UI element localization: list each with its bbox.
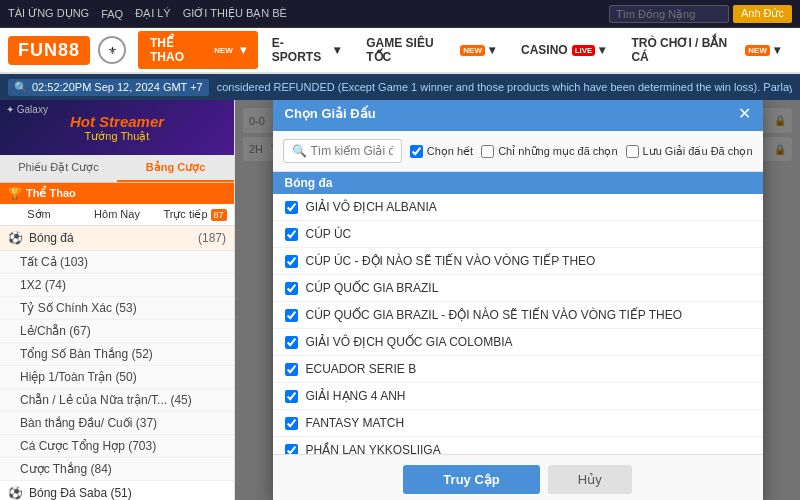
refer-link[interactable]: GIỚI THIỆU BẠN BÈ bbox=[183, 7, 287, 20]
list-item[interactable]: CÚP QUỐC GIA BRAZIL bbox=[273, 275, 763, 302]
list-item[interactable]: ECUADOR SERIE B bbox=[273, 356, 763, 383]
modal-footer: Truy Cập Hủy bbox=[273, 454, 763, 500]
nav-casino[interactable]: CASINO LIVE ▾ bbox=[509, 31, 617, 69]
modal-title: Chọn Giải Đấu bbox=[285, 106, 376, 121]
chevron-down-icon: ▾ bbox=[334, 43, 340, 57]
list-item[interactable]: GIẢI HẠNG 4 ANH bbox=[273, 383, 763, 410]
league-checkbox[interactable] bbox=[285, 363, 298, 376]
chevron-down-icon: ▾ bbox=[774, 43, 780, 57]
filter-selected-label[interactable]: Chỉ những mục đã chọn bbox=[481, 145, 617, 158]
access-button[interactable]: Truy Cập bbox=[403, 465, 539, 494]
league-search-input[interactable] bbox=[311, 144, 393, 158]
search-icon: 🔍 bbox=[292, 144, 307, 158]
list-item[interactable]: CÚP ÚC bbox=[273, 221, 763, 248]
league-checkbox[interactable] bbox=[285, 336, 298, 349]
shield-icon: 🏆 bbox=[8, 187, 22, 200]
league-checkbox[interactable] bbox=[285, 390, 298, 403]
modal-overlay: Chọn Giải Đấu ✕ 🔍 Chọn hết Chỉ bbox=[235, 100, 800, 500]
agent-link[interactable]: ĐẠI LÝ bbox=[135, 7, 171, 20]
banner-title: Hot Streamer bbox=[70, 113, 164, 130]
logo: FUN88 bbox=[8, 36, 90, 65]
league-checkbox[interactable] bbox=[285, 309, 298, 322]
cancel-button[interactable]: Hủy bbox=[548, 465, 632, 494]
tab-live[interactable]: Trực tiếp 87 bbox=[156, 204, 234, 225]
modal-search-box: 🔍 bbox=[283, 139, 402, 163]
league-select-modal: Chọn Giải Đấu ✕ 🔍 Chọn hết Chỉ bbox=[273, 100, 763, 500]
banner-sub: Tướng Thuật bbox=[70, 130, 164, 143]
search-icon: 🔍 bbox=[14, 81, 28, 94]
main-nav: FUN88 ⚜ THỂ THAO NEW ▾ E-SPORTS ▾ GAME S… bbox=[0, 28, 800, 74]
content-area: ✦ Galaxy Hot Streamer Tướng Thuật Phiếu … bbox=[0, 100, 800, 500]
list-item[interactable]: CÚP QUỐC GIA BRAZIL - ĐỘI NÀO SẼ TIẾN VÀ… bbox=[273, 302, 763, 329]
sport-item-saba[interactable]: ⚽ Bóng Đá Saba (51) bbox=[0, 481, 234, 500]
check-all-label[interactable]: Chọn hết bbox=[410, 145, 473, 158]
top-nav: TÀI ỨNG DỤNG FAQ ĐẠI LÝ GIỚI THIỆU BẠN B… bbox=[0, 0, 800, 28]
league-checkbox[interactable] bbox=[285, 228, 298, 241]
main-area: 0-0 Đức (V) 🔒 2H Tây Ban Nha (V) 🔒 Chọn … bbox=[235, 100, 800, 500]
filter-selected-checkbox[interactable] bbox=[481, 145, 494, 158]
save-selected-checkbox[interactable] bbox=[626, 145, 639, 158]
bet-sub-combo[interactable]: Cá Cược Tổng Hợp (703) bbox=[0, 435, 234, 458]
sport-section-header: 🏆 Thể Thao bbox=[0, 183, 234, 204]
nav-fast-game[interactable]: GAME SIÊU TỐC NEW ▾ bbox=[354, 31, 507, 69]
tab-today[interactable]: Hôm Nay bbox=[78, 204, 156, 225]
save-selected-label[interactable]: Lưu Giải đấu Đã chọn bbox=[626, 145, 753, 158]
chevron-down-icon: ▾ bbox=[240, 43, 246, 57]
logo-icon: ⚜ bbox=[98, 36, 126, 64]
league-checkbox[interactable] bbox=[285, 255, 298, 268]
nav-esports[interactable]: E-SPORTS ▾ bbox=[260, 31, 352, 69]
ticker-time: 🔍 02:52:20PM Sep 12, 2024 GMT +7 bbox=[8, 79, 209, 96]
bet-sub-exact-score[interactable]: Tỷ Số Chính Xác (53) bbox=[0, 297, 234, 320]
football-saba-icon: ⚽ bbox=[8, 486, 23, 500]
ticker-text: considered REFUNDED (Except Game 1 winne… bbox=[217, 81, 792, 93]
bet-sub-halftime[interactable]: Hiệp 1/Toàn Trận (50) bbox=[0, 366, 234, 389]
top-search: Anh Đức bbox=[609, 5, 792, 23]
check-all-checkbox[interactable] bbox=[410, 145, 423, 158]
nav-games[interactable]: TRÒ CHƠI / BẮN CÁ NEW ▾ bbox=[619, 31, 792, 69]
ticker-bar: 🔍 02:52:20PM Sep 12, 2024 GMT +7 conside… bbox=[0, 74, 800, 100]
list-item[interactable]: GIẢI VÔ ĐỊCH ALBANIA bbox=[273, 194, 763, 221]
banner-content: Hot Streamer Tướng Thuật bbox=[70, 113, 164, 143]
sidebar-tabs: Phiếu Đặt Cược Bảng Cược bbox=[0, 155, 234, 183]
nav-sports[interactable]: THỂ THAO NEW ▾ bbox=[138, 31, 258, 69]
list-item[interactable]: GIẢI VÔ ĐỊCH QUỐC GIA COLOMBIA bbox=[273, 329, 763, 356]
sidebar-banner: ✦ Galaxy Hot Streamer Tướng Thuật bbox=[0, 100, 234, 155]
login-button[interactable]: Anh Đức bbox=[733, 5, 792, 23]
league-list[interactable]: GIẢI VÔ ĐỊCH ALBANIA CÚP ÚC CÚP ÚC - ĐỘI… bbox=[273, 194, 763, 454]
bet-sub-1x2[interactable]: 1X2 (74) bbox=[0, 274, 234, 297]
modal-toolbar: 🔍 Chọn hết Chỉ những mục đã chọn Lưu Giả… bbox=[273, 131, 763, 172]
list-item[interactable]: FANTASY MATCH bbox=[273, 410, 763, 437]
league-checkbox[interactable] bbox=[285, 201, 298, 214]
tab-bet-slip[interactable]: Phiếu Đặt Cược bbox=[0, 155, 117, 182]
sidebar: ✦ Galaxy Hot Streamer Tướng Thuật Phiếu … bbox=[0, 100, 235, 500]
bet-sub-half-odd-even[interactable]: Chẵn / Lẻ của Nữa trận/T... (45) bbox=[0, 389, 234, 412]
tab-odds-board[interactable]: Bảng Cược bbox=[117, 155, 234, 182]
bet-sub-total-goals[interactable]: Tổng Số Bàn Thắng (52) bbox=[0, 343, 234, 366]
main-nav-items: THỂ THAO NEW ▾ E-SPORTS ▾ GAME SIÊU TỐC … bbox=[138, 31, 792, 69]
modal-header: Chọn Giải Đấu ✕ bbox=[273, 100, 763, 131]
sport-item-football[interactable]: ⚽ Bóng đá (187) bbox=[0, 226, 234, 251]
list-item[interactable]: PHẦN LAN YKKOSLIIGA bbox=[273, 437, 763, 454]
chevron-down-icon: ▾ bbox=[599, 43, 605, 57]
app-link[interactable]: TÀI ỨNG DỤNG bbox=[8, 7, 89, 20]
banner-galaxy-label: ✦ Galaxy bbox=[6, 104, 48, 115]
bet-sub-win[interactable]: Cược Thắng (84) bbox=[0, 458, 234, 481]
faq-link[interactable]: FAQ bbox=[101, 8, 123, 20]
tab-early[interactable]: Sớm bbox=[0, 204, 78, 225]
league-checkbox[interactable] bbox=[285, 282, 298, 295]
sport-label: Bóng đá bbox=[29, 231, 192, 245]
football-icon: ⚽ bbox=[8, 231, 23, 245]
list-item[interactable]: CÚP ÚC - ĐỘI NÀO SẼ TIẾN VÀO VÒNG TIẾP T… bbox=[273, 248, 763, 275]
modal-close-button[interactable]: ✕ bbox=[738, 104, 751, 123]
search-input[interactable] bbox=[609, 5, 729, 23]
chevron-down-icon: ▾ bbox=[489, 43, 495, 57]
time-tabs: Sớm Hôm Nay Trực tiếp 87 bbox=[0, 204, 234, 226]
league-checkbox[interactable] bbox=[285, 444, 298, 455]
bet-sub-odd-even[interactable]: Lẻ/Chẵn (67) bbox=[0, 320, 234, 343]
bet-sub-all[interactable]: Tất Cả (103) bbox=[0, 251, 234, 274]
league-checkbox[interactable] bbox=[285, 417, 298, 430]
bet-sub-first-last-goal[interactable]: Bàn thắng Đầu/ Cuối (37) bbox=[0, 412, 234, 435]
modal-section-header: Bóng đa bbox=[273, 172, 763, 194]
